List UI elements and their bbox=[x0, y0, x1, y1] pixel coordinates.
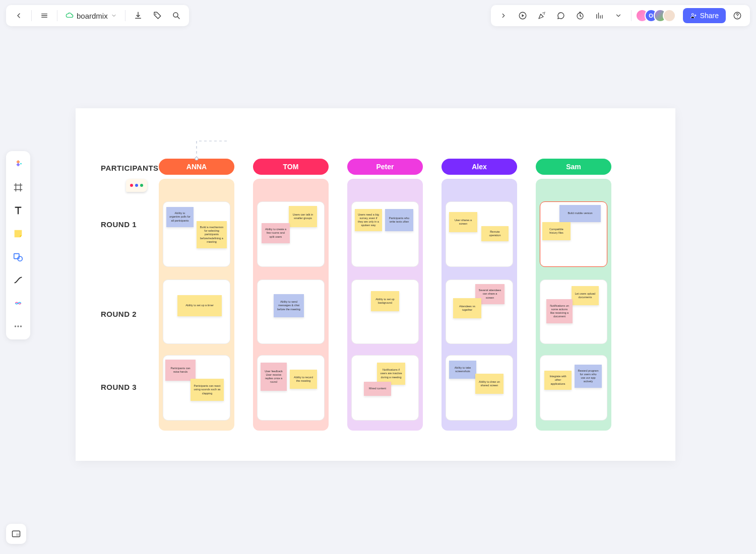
sticky-note[interactable]: Ability to record the meeting bbox=[290, 370, 317, 389]
svg-point-6 bbox=[20, 163, 22, 165]
divider bbox=[57, 10, 57, 21]
sticky-note[interactable]: Ability to take screenshots bbox=[449, 361, 476, 379]
sticky-note[interactable]: Users can talk in smaller groups bbox=[289, 206, 317, 227]
svg-point-4 bbox=[691, 14, 694, 16]
sticky-note[interactable]: Ability to set up background bbox=[371, 291, 399, 311]
sticky-note[interactable]: Ability to send messages & chat before t… bbox=[274, 294, 304, 317]
divider bbox=[31, 10, 32, 21]
play-button[interactable] bbox=[515, 8, 530, 23]
participant-pill[interactable]: Alex bbox=[442, 159, 517, 175]
cloud-sync-icon bbox=[66, 12, 74, 20]
sticky-note[interactable]: Participants can raise hands bbox=[165, 360, 196, 381]
round-slot[interactable]: Ability to send messages & chat before t… bbox=[257, 280, 325, 344]
divider bbox=[125, 10, 125, 21]
round-slot[interactable]: Users need a big survey, even if they ar… bbox=[351, 201, 419, 267]
participant-column[interactable]: User shares a screenRemote operationSeve… bbox=[442, 179, 517, 431]
search-button[interactable] bbox=[169, 8, 184, 23]
sticky-note[interactable]: Mixed content bbox=[364, 382, 391, 396]
menu-button[interactable] bbox=[37, 8, 52, 23]
connector-tool[interactable] bbox=[10, 272, 26, 288]
celebrate-button[interactable] bbox=[534, 8, 549, 23]
chart-button[interactable] bbox=[592, 8, 607, 23]
sticky-note-tool[interactable] bbox=[10, 226, 26, 242]
templates-tool[interactable] bbox=[10, 156, 26, 172]
avatar[interactable] bbox=[663, 9, 676, 22]
mindmap-tool[interactable] bbox=[10, 295, 26, 311]
round1-label: ROUND 1 bbox=[101, 220, 137, 229]
round-slot[interactable]: Build mobile versionCompatible history f… bbox=[540, 201, 607, 267]
round-slot[interactable]: User shares a screenRemote operation bbox=[446, 201, 513, 267]
participant-column[interactable]: Ability to organize polls for all partic… bbox=[159, 179, 234, 431]
frame-tool[interactable] bbox=[10, 179, 26, 195]
back-button[interactable] bbox=[11, 8, 26, 23]
participant-column[interactable]: Users need a big survey, even if they ar… bbox=[347, 179, 423, 431]
round-slot[interactable]: User feedback User receive replies once … bbox=[257, 355, 325, 421]
round-slot[interactable]: Ability to set up background bbox=[351, 280, 419, 344]
user-plus-icon bbox=[690, 12, 697, 19]
tag-button[interactable] bbox=[150, 8, 165, 23]
participant-column[interactable]: Build mobile versionCompatible history f… bbox=[536, 179, 611, 431]
svg-rect-13 bbox=[16, 533, 19, 536]
canvas[interactable]: PARTICIPANTS ROUND 1 ROUND 2 ROUND 3 ANN… bbox=[76, 108, 675, 461]
round-slot[interactable]: Several attendees can share a screenAtte… bbox=[446, 280, 513, 344]
sticky-note[interactable]: Build a mechanism for selecting particip… bbox=[197, 221, 227, 248]
round-slot[interactable]: Users can talk in smaller groupsAbility … bbox=[257, 201, 325, 267]
participant-pill[interactable]: ANNA bbox=[159, 159, 234, 175]
participant-pill[interactable]: Peter bbox=[347, 159, 423, 175]
sticky-note[interactable]: Ability to organize polls for all partic… bbox=[166, 207, 194, 227]
sticky-note[interactable]: Ability to draw on shared screen bbox=[475, 374, 503, 394]
more-tool[interactable] bbox=[10, 318, 26, 334]
text-tool[interactable] bbox=[10, 202, 26, 219]
sticky-note[interactable]: User feedback User receive replies once … bbox=[261, 363, 287, 391]
sticky-note[interactable]: Notifications on some actions like recei… bbox=[546, 299, 573, 323]
round-slot[interactable]: Ability to set up a timer bbox=[163, 280, 230, 344]
svg-point-9 bbox=[15, 325, 16, 327]
timer-button[interactable] bbox=[573, 8, 588, 23]
svg-point-0 bbox=[155, 14, 156, 15]
round-slot[interactable]: Notifications if users are inactive duri… bbox=[351, 355, 419, 421]
shape-tool[interactable] bbox=[10, 249, 26, 265]
sticky-note[interactable]: Build mobile version bbox=[559, 205, 601, 222]
more-tools-button[interactable] bbox=[611, 8, 626, 23]
svg-rect-7 bbox=[14, 254, 19, 259]
sticky-note[interactable]: Users need a big survey, even if they ar… bbox=[355, 209, 382, 231]
sticky-note[interactable]: Participants who write texts often bbox=[385, 209, 413, 231]
svg-point-10 bbox=[17, 325, 19, 327]
sticky-note[interactable]: Remote operation bbox=[481, 226, 509, 241]
sticky-note[interactable]: Ability to set up a timer bbox=[177, 295, 222, 316]
app-name: boardmix bbox=[77, 12, 108, 20]
divider bbox=[631, 10, 632, 21]
participant-column[interactable]: Users can talk in smaller groupsAbility … bbox=[253, 179, 329, 431]
sticky-note[interactable]: Compatible history files bbox=[542, 222, 571, 240]
share-label: Share bbox=[700, 12, 719, 20]
topbar-right: O Share bbox=[491, 5, 750, 26]
help-button[interactable] bbox=[730, 8, 745, 23]
sticky-note[interactable]: Reward program for users who use our app… bbox=[575, 365, 602, 388]
participant-pill[interactable]: Sam bbox=[536, 159, 611, 175]
round-slot[interactable]: Participants can raise handsParticipants… bbox=[163, 355, 230, 421]
participant-pill[interactable]: TOM bbox=[253, 159, 329, 175]
svg-point-1 bbox=[173, 13, 178, 17]
round-slot[interactable]: Ability to organize polls for all partic… bbox=[163, 201, 230, 267]
tool-panel bbox=[6, 151, 30, 339]
sticky-note[interactable]: User shares a screen bbox=[449, 212, 477, 232]
sticky-note[interactable]: Ability to create a few rooms and split … bbox=[262, 223, 290, 243]
sticky-note[interactable]: Attendees vs together bbox=[453, 298, 481, 318]
minimap-button[interactable] bbox=[6, 524, 26, 544]
sticky-note[interactable]: Participants can react using sounds such… bbox=[191, 379, 224, 401]
download-button[interactable] bbox=[131, 8, 146, 23]
round-slot[interactable]: Integrate with other applicationsReward … bbox=[540, 355, 607, 421]
comment-button[interactable] bbox=[553, 8, 569, 23]
avatar-stack[interactable]: O bbox=[640, 9, 676, 22]
round2-label: ROUND 2 bbox=[101, 310, 137, 318]
sticky-note[interactable]: Let users upload documents bbox=[572, 286, 599, 305]
sticky-note[interactable]: Integrate with other applications bbox=[544, 371, 572, 390]
chat-bubble-icon bbox=[126, 179, 147, 192]
round-slot[interactable]: Let users upload documentsNotifications … bbox=[540, 280, 607, 344]
expand-button[interactable] bbox=[496, 8, 511, 23]
chevron-down-icon bbox=[111, 13, 117, 19]
document-title[interactable]: boardmix bbox=[62, 12, 120, 20]
round-slot[interactable]: Ability to take screenshotsAbility to dr… bbox=[446, 355, 513, 421]
participants-label: PARTICIPANTS bbox=[101, 164, 159, 172]
share-button[interactable]: Share bbox=[683, 8, 726, 23]
